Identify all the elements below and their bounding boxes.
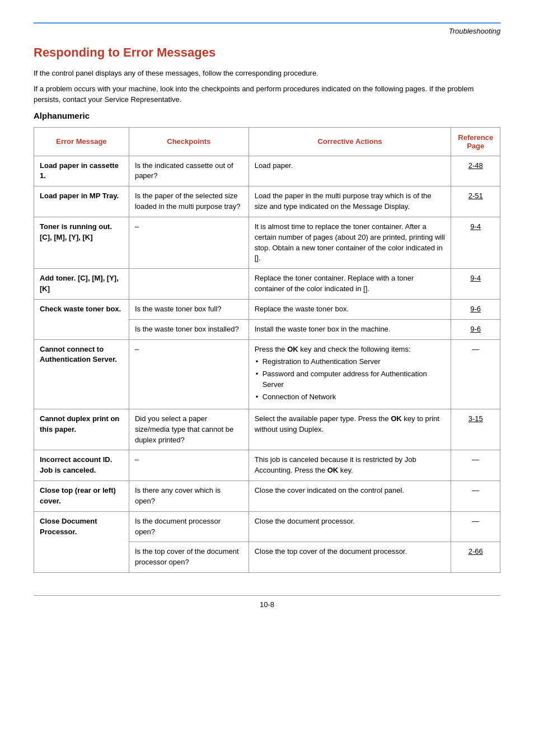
reference-page-cell: 2-51 [451,186,500,217]
checkpoint-cell: Is the indicated cassette out of paper? [129,156,249,186]
footer-page-number: 10-8 [260,600,274,609]
error-message-cell: Cannot duplex print on this paper. [34,409,129,450]
checkpoint-cell: – [129,450,249,481]
table-row: Cannot connect to Authentication Server.… [34,339,500,409]
reference-page-cell: 2-66 [451,542,500,573]
reference-page-cell: 9-4 [451,217,500,268]
corrective-action-cell: Install the waste toner box in the machi… [249,319,451,339]
reference-page-cell: 2-48 [451,156,500,186]
col-header-checkpoints: Checkpoints [129,127,249,156]
reference-link[interactable]: 9-6 [470,305,481,313]
bullet-list: Registration to Authentication ServerPas… [255,357,446,402]
error-message-cell: Cannot connect to Authentication Server. [34,339,129,409]
corrective-action-cell: Press the OK key and check the following… [249,339,451,409]
table-row: Add toner. [C], [M], [Y], [K]Replace the… [34,269,500,300]
subsection-title: Alphanumeric [34,111,500,120]
corrective-intro-text: Press the OK key and check the following… [255,345,411,353]
corrective-action-cell: Close the document processor. [249,511,451,542]
col-header-corrective-actions: Corrective Actions [249,127,451,156]
reference-page-cell: 9-4 [451,269,500,300]
error-message-cell: Load paper in cassette 1. [34,156,129,186]
reference-link[interactable]: 9-6 [470,325,481,333]
error-message-cell: Add toner. [C], [M], [Y], [K] [34,269,129,300]
checkpoint-cell: Is the waste toner box installed? [129,319,249,339]
list-item: Registration to Authentication Server [255,357,446,367]
col-header-reference-page: Reference Page [451,127,500,156]
checkpoint-cell: Is the document processor open? [129,511,249,542]
corrective-action-cell: Close the top cover of the document proc… [249,542,451,573]
page: Troubleshooting Responding to Error Mess… [0,0,534,756]
checkpoint-cell: Did you select a paper size/media type t… [129,409,249,450]
reference-link[interactable]: 9-4 [470,222,481,231]
table-row: Close Document Processor.Is the document… [34,511,500,542]
list-item: Password and computer address for Authen… [255,369,446,390]
checkpoint-cell: Is the waste toner box full? [129,299,249,319]
reference-page-cell: — [451,450,500,481]
reference-page-cell: — [451,511,500,542]
error-message-cell: Incorrect account ID. Job is canceled. [34,450,129,481]
reference-link[interactable]: 2-51 [469,192,483,200]
reference-link[interactable]: 2-66 [469,547,483,556]
corrective-action-cell: It is almost time to replace the toner c… [249,217,451,268]
reference-link[interactable]: 2-48 [469,161,483,170]
intro-paragraph-1: If the control panel displays any of the… [34,68,500,79]
checkpoint-cell: Is there any cover which is open? [129,481,249,512]
table-row: Toner is running out. [C], [M], [Y], [K]… [34,217,500,268]
reference-link[interactable]: 9-4 [470,274,481,282]
table-row: Load paper in cassette 1.Is the indicate… [34,156,500,186]
top-divider [34,22,500,24]
col-header-error-message: Error Message [34,127,129,156]
table-row: Cannot duplex print on this paper.Did yo… [34,409,500,450]
checkpoint-cell: – [129,339,249,409]
error-message-cell: Close Document Processor. [34,511,129,572]
error-message-cell: Toner is running out. [C], [M], [Y], [K] [34,217,129,268]
reference-link[interactable]: 3-15 [469,414,483,423]
page-title: Responding to Error Messages [34,45,500,60]
reference-page-cell: 3-15 [451,409,500,450]
reference-page-cell: — [451,481,500,512]
list-item: Connection of Network [255,392,446,403]
checkpoint-cell [129,269,249,300]
corrective-action-cell: Load paper. [249,156,451,186]
error-message-cell: Check waste toner box. [34,299,129,339]
reference-page-cell: — [451,339,500,409]
checkpoint-cell: Is the paper of the selected size loaded… [129,186,249,217]
footer: 10-8 [34,595,500,609]
error-messages-table: Error Message Checkpoints Corrective Act… [34,127,500,573]
error-message-cell: Load paper in MP Tray. [34,186,129,217]
reference-page-cell: 9-6 [451,299,500,319]
corrective-action-cell: This job is canceled because it is restr… [249,450,451,481]
error-message-cell: Close top (rear or left) cover. [34,481,129,512]
table-row: Incorrect account ID. Job is canceled.–T… [34,450,500,481]
table-row: Close top (rear or left) cover.Is there … [34,481,500,512]
table-row: Load paper in MP Tray.Is the paper of th… [34,186,500,217]
reference-page-cell: 9-6 [451,319,500,339]
corrective-action-cell: Replace the toner container. Replace wit… [249,269,451,300]
corrective-action-cell: Select the available paper type. Press t… [249,409,451,450]
checkpoint-cell: Is the top cover of the document process… [129,542,249,573]
corrective-action-cell: Close the cover indicated on the control… [249,481,451,512]
corrective-action-cell: Replace the waste toner box. [249,299,451,319]
table-row: Check waste toner box.Is the waste toner… [34,299,500,319]
section-label: Troubleshooting [34,27,500,35]
intro-paragraph-2: If a problem occurs with your machine, l… [34,83,500,105]
corrective-action-cell: Load the paper in the multi purpose tray… [249,186,451,217]
checkpoint-cell: – [129,217,249,268]
